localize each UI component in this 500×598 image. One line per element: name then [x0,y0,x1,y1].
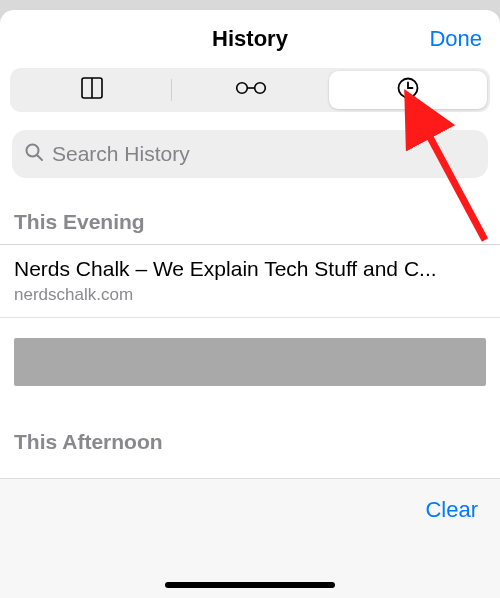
segmented-control-wrap [0,68,500,126]
clear-button[interactable]: Clear [425,497,478,523]
section-header-evening: This Evening [0,192,500,245]
done-button[interactable]: Done [429,10,482,68]
nav-bar: History Done [0,10,500,68]
search-placeholder: Search History [52,142,190,166]
bookmarks-icon [78,76,106,104]
search-wrap: Search History [0,126,500,192]
bottom-toolbar: Clear [0,478,500,598]
history-row-domain: nerdschalk.com [14,285,486,305]
segment-history[interactable] [329,71,487,109]
history-sheet: History Done [0,10,500,598]
clock-icon [396,76,420,104]
svg-point-3 [27,145,39,157]
view-segmented-control[interactable] [10,68,490,112]
history-row[interactable]: Nerds Chalk – We Explain Tech Stuff and … [0,245,500,318]
search-icon [24,142,44,166]
home-indicator [165,582,335,588]
segment-reading-list[interactable] [172,71,330,109]
section-header-afternoon: This Afternoon [0,386,500,456]
svg-point-1 [254,83,265,94]
search-input[interactable]: Search History [12,130,488,178]
page-title: History [212,26,288,52]
svg-point-0 [236,83,247,94]
history-row-title: Nerds Chalk – We Explain Tech Stuff and … [14,255,486,283]
segment-bookmarks[interactable] [13,71,171,109]
glasses-icon [234,80,268,100]
redacted-row [14,338,486,386]
